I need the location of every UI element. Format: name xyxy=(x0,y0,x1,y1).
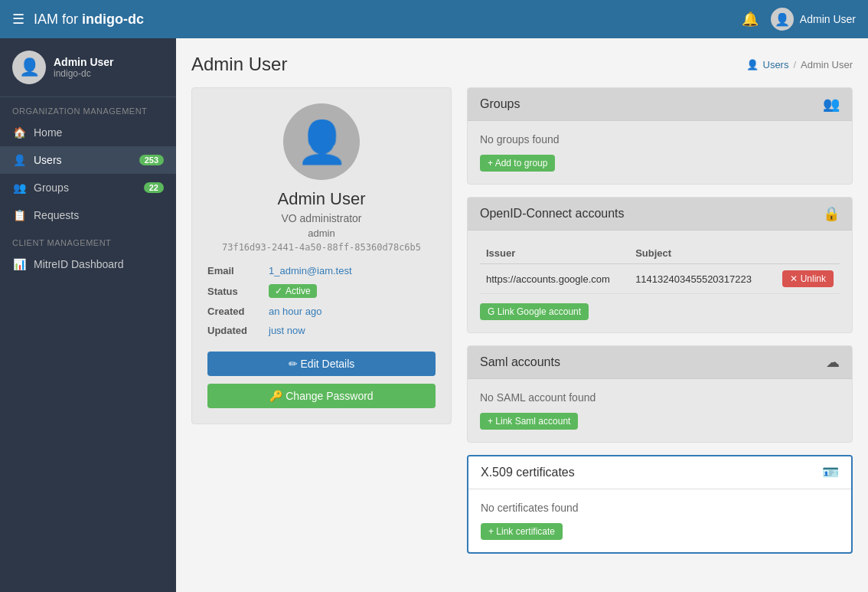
notifications-icon[interactable]: 🔔 xyxy=(742,11,759,28)
sidebar-item-label-requests: Requests xyxy=(34,209,164,221)
oidc-col-subject: Subject xyxy=(629,243,770,264)
users-badge: 253 xyxy=(139,155,164,165)
oidc-col-actions xyxy=(770,243,840,264)
created-row: Created an hour ago xyxy=(207,306,436,317)
two-col-layout: 👤 Admin User VO administrator admin 73f1… xyxy=(191,87,853,554)
status-badge: ✓ Active xyxy=(269,284,317,298)
main-layout: 👤 Admin User indigo-dc Organization Mana… xyxy=(0,38,868,592)
sidebar: 👤 Admin User indigo-dc Organization Mana… xyxy=(0,38,176,592)
add-to-group-button[interactable]: + Add to group xyxy=(480,155,555,172)
groups-panel-body: No groups found + Add to group xyxy=(468,121,852,184)
sidebar-user-org: indigo-dc xyxy=(54,68,114,79)
status-check: ✓ xyxy=(275,286,282,296)
breadcrumb: 👤 Users / Admin User xyxy=(746,59,853,70)
x509-empty-msg: No certificates found xyxy=(481,502,839,514)
org-management-label: Organization Management xyxy=(0,97,176,119)
app-org: indigo-dc xyxy=(82,11,144,27)
groups-icon: 👥 xyxy=(12,182,26,194)
link-certificate-button[interactable]: + Link certificate xyxy=(481,523,563,540)
groups-panel-header: Groups 👥 xyxy=(468,88,852,121)
page-title: Admin User xyxy=(191,54,287,75)
sidebar-user-details: Admin User indigo-dc xyxy=(54,56,114,79)
menu-icon[interactable]: ☰ xyxy=(12,11,24,28)
lock-icon: 🔒 xyxy=(823,205,840,222)
sidebar-item-label-groups: Groups xyxy=(34,182,136,194)
link-saml-button[interactable]: + Link Saml account xyxy=(480,413,578,430)
groups-panel-icon: 👥 xyxy=(823,96,840,113)
email-label: Email xyxy=(207,265,269,276)
sidebar-item-label-mitreid: MitreID Dashboard xyxy=(34,258,164,270)
updated-row: Updated just now xyxy=(207,325,436,336)
oidc-issuer: https://accounts.google.com xyxy=(480,264,629,294)
sidebar-item-users[interactable]: 👤 Users 253 xyxy=(0,146,176,174)
created-value: an hour ago xyxy=(269,306,436,317)
groups-empty-msg: No groups found xyxy=(480,133,840,146)
app-brand: IAM for indigo-dc xyxy=(34,11,742,28)
sidebar-item-mitreiddashboard[interactable]: 📊 MitreID Dashboard xyxy=(0,250,176,278)
requests-icon: 📋 xyxy=(12,209,26,221)
openid-panel-title: OpenID-Connect accounts xyxy=(480,207,625,221)
openid-panel-header: OpenID-Connect accounts 🔒 xyxy=(468,198,852,231)
openid-panel: OpenID-Connect accounts 🔒 Issuer Subject xyxy=(467,197,853,333)
breadcrumb-current: Admin User xyxy=(801,59,853,70)
users-icon: 👤 xyxy=(12,154,26,166)
saml-panel-header: Saml accounts ☁ xyxy=(468,346,852,379)
groups-badge: 22 xyxy=(144,182,164,193)
x509-panel: X.509 certificates 🪪 No certificates fou… xyxy=(467,455,853,554)
saml-panel-title: Saml accounts xyxy=(480,355,560,369)
saml-panel: Saml accounts ☁ No SAML account found + … xyxy=(467,345,853,443)
avatar-small: 👤 xyxy=(771,8,794,31)
oidc-col-issuer: Issuer xyxy=(480,243,629,264)
oidc-table: Issuer Subject https://accounts.google.c… xyxy=(480,243,840,294)
card-actions: ✏ Edit Details 🔑 Change Password xyxy=(207,352,436,408)
breadcrumb-bar: Admin User 👤 Users / Admin User xyxy=(191,54,853,75)
openid-panel-body: Issuer Subject https://accounts.google.c… xyxy=(468,231,852,332)
cloud-icon: ☁ xyxy=(826,354,840,371)
edit-details-button[interactable]: ✏ Edit Details xyxy=(207,352,436,376)
panels: Groups 👥 No groups found + Add to group … xyxy=(467,87,853,554)
sidebar-item-label-home: Home xyxy=(34,126,164,139)
status-row: Status ✓ Active xyxy=(207,284,436,298)
mitreid-icon: 📊 xyxy=(12,258,26,270)
groups-panel-title: Groups xyxy=(480,97,520,111)
user-role: VO administrator xyxy=(207,212,436,224)
user-fullname: Admin User xyxy=(207,189,436,209)
client-management-label: Client management xyxy=(0,229,176,250)
nav-admin-label: Admin User xyxy=(800,13,856,25)
sidebar-item-label-users: Users xyxy=(34,154,132,166)
home-icon: 🏠 xyxy=(12,126,26,139)
oidc-subject: 114132403455520317223 xyxy=(629,264,770,294)
sidebar-item-requests[interactable]: 📋 Requests xyxy=(0,201,176,229)
navbar-right: 🔔 👤 Admin User xyxy=(742,8,856,31)
breadcrumb-user-icon: 👤 xyxy=(746,59,759,70)
email-value: 1_admin@iam.test xyxy=(269,265,436,276)
navbar: ☰ IAM for indigo-dc 🔔 👤 Admin User xyxy=(0,0,868,38)
created-label: Created xyxy=(207,306,269,317)
x509-panel-title: X.509 certificates xyxy=(481,466,575,479)
oidc-row: https://accounts.google.com 114132403455… xyxy=(480,264,840,294)
content-area: Admin User 👤 Users / Admin User 👤 Admin … xyxy=(176,38,868,592)
groups-panel: Groups 👥 No groups found + Add to group xyxy=(467,87,853,185)
updated-value: just now xyxy=(269,325,436,336)
x509-panel-header: X.509 certificates 🪪 xyxy=(468,456,851,489)
sidebar-item-home[interactable]: 🏠 Home xyxy=(0,119,176,146)
saml-empty-msg: No SAML account found xyxy=(480,391,840,404)
user-fields: Email 1_admin@iam.test Status ✓ Active C… xyxy=(207,265,436,336)
change-password-button[interactable]: 🔑 Change Password xyxy=(207,384,436,408)
unlink-button[interactable]: ✕ Unlink xyxy=(782,270,834,287)
status-text: Active xyxy=(286,286,311,296)
oidc-unlink-cell: ✕ Unlink xyxy=(770,264,840,294)
user-avatar-large: 👤 xyxy=(283,103,360,180)
user-username: admin xyxy=(207,227,436,239)
sidebar-user-info: 👤 Admin User indigo-dc xyxy=(0,38,176,97)
avatar: 👤 xyxy=(12,51,46,84)
status-label: Status xyxy=(207,286,269,297)
breadcrumb-users-link[interactable]: Users xyxy=(763,59,789,70)
email-row: Email 1_admin@iam.test xyxy=(207,265,436,276)
x509-panel-body: No certificates found + Link certificate xyxy=(468,489,851,552)
sidebar-item-groups[interactable]: 👥 Groups 22 xyxy=(0,174,176,201)
breadcrumb-sep: / xyxy=(793,59,796,70)
admin-user-nav[interactable]: 👤 Admin User xyxy=(771,8,856,31)
link-google-button[interactable]: G Link Google account xyxy=(480,303,589,320)
certificate-icon: 🪪 xyxy=(822,464,839,481)
